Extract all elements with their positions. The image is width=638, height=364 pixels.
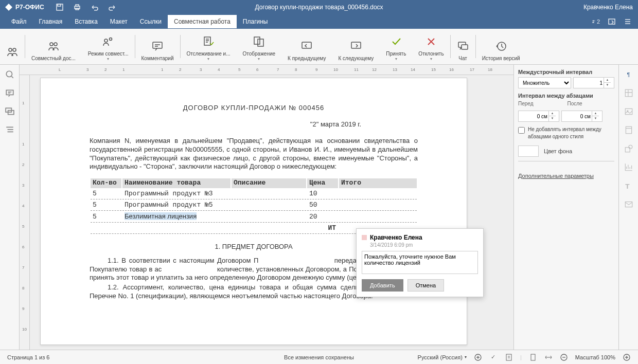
changes-saved: Все изменения сохранены xyxy=(284,354,354,360)
zoom-in-icon[interactable] xyxy=(623,353,631,361)
svg-rect-15 xyxy=(204,37,210,45)
tool-prev[interactable]: К предыдущему xyxy=(281,29,332,64)
zoom-out-icon[interactable] xyxy=(560,353,568,361)
table-row: 5Программный продукт №310 xyxy=(91,189,417,199)
tool-sharing-label[interactable]: Совместный дос... xyxy=(25,29,82,64)
search-icon[interactable] xyxy=(5,70,14,79)
header-tab-icon[interactable] xyxy=(624,125,633,135)
tool-coedit[interactable]: Режим совмест...▾ xyxy=(82,29,135,64)
menu-collaboration[interactable]: Совместная работа xyxy=(168,15,237,28)
spacing-before-input[interactable]: ▲▼ xyxy=(518,111,559,122)
doc-intro: Компания N, именуемая в дальнейшем "Прод… xyxy=(90,137,418,172)
vertical-ruler[interactable]: 1 1 2 3 4 5 6 7 8 9 10 xyxy=(20,75,30,350)
doc-date: "2" марта 2019 г. xyxy=(90,120,418,129)
chart-tab-icon[interactable] xyxy=(624,162,633,172)
spellcheck-icon[interactable] xyxy=(474,353,482,361)
comments-icon[interactable] xyxy=(5,88,14,98)
tool-comment[interactable]: Комментарий xyxy=(135,29,180,64)
logo-icon xyxy=(5,4,12,11)
fit-width-icon[interactable] xyxy=(544,353,553,361)
tool-next[interactable]: К следующему xyxy=(332,29,380,64)
no-space-checkbox[interactable] xyxy=(518,127,525,134)
user-name: Кравченко Елена xyxy=(583,4,633,11)
document-title: Договор купли-продажи товара_000456.docx xyxy=(255,4,383,11)
image-tab-icon[interactable] xyxy=(624,107,633,116)
svg-rect-28 xyxy=(625,108,632,114)
page-indicator[interactable]: Страница 1 из 6 xyxy=(7,354,49,360)
chat-icon[interactable] xyxy=(5,107,14,116)
open-location-icon[interactable] xyxy=(608,17,616,26)
doc-heading: ДОГОВОР КУПЛИ-ПРОДАЖИ № 000456 xyxy=(90,104,418,113)
left-sidebar xyxy=(0,65,20,350)
tool-chat[interactable]: Чат xyxy=(451,29,475,64)
svg-text:T: T xyxy=(625,183,630,190)
status-bar: Страница 1 из 6 Все изменения сохранены … xyxy=(0,350,638,364)
tool-track[interactable]: Отслеживание и...▾ xyxy=(181,29,237,64)
textart-tab-icon[interactable]: T xyxy=(624,181,633,190)
comment-cancel-button[interactable]: Отмена xyxy=(407,279,444,292)
svg-rect-19 xyxy=(351,42,361,48)
svg-rect-36 xyxy=(506,354,511,360)
comment-user-color xyxy=(362,235,367,240)
line-spacing-value-input[interactable]: ▲▼ xyxy=(573,77,614,88)
headings-icon[interactable] xyxy=(5,125,14,135)
mailmerge-tab-icon[interactable] xyxy=(624,199,633,209)
shape-tab-icon[interactable] xyxy=(624,144,633,153)
tool-accept[interactable]: Принять▾ xyxy=(380,29,412,64)
line-spacing-label: Междустрочный интервал xyxy=(518,69,614,75)
line-spacing-type-select[interactable]: Множитель xyxy=(518,77,571,88)
tool-history[interactable]: История версий xyxy=(476,29,526,64)
comment-add-button[interactable]: Добавить xyxy=(362,279,403,292)
svg-point-10 xyxy=(50,43,53,46)
save-icon[interactable] xyxy=(56,3,64,11)
menu-bar: Файл Главная Вставка Макет Ссылки Совмес… xyxy=(0,14,638,29)
print-icon[interactable] xyxy=(73,3,81,11)
zoom-level[interactable]: Масштаб 100% xyxy=(575,354,615,360)
advanced-settings-link[interactable]: Дополнительные параметры xyxy=(518,173,614,179)
svg-rect-14 xyxy=(153,42,162,48)
svg-rect-37 xyxy=(531,354,535,360)
spellcheck-toggle-icon[interactable]: ✓ xyxy=(489,353,498,361)
svg-rect-1 xyxy=(58,4,61,6)
menu-icon[interactable] xyxy=(624,17,632,26)
paragraph-panel: Междустрочный интервал Множитель ▲▼ Инте… xyxy=(513,65,618,350)
app-logo: Р7-ОФИС xyxy=(5,4,44,11)
svg-point-32 xyxy=(629,145,632,149)
svg-rect-30 xyxy=(626,126,631,134)
paragraph-tab-icon[interactable]: ¶ xyxy=(624,70,633,79)
fill-color-swatch[interactable] xyxy=(518,145,539,157)
svg-rect-18 xyxy=(302,42,311,48)
fill-label: Цвет фона xyxy=(544,148,572,154)
redo-icon[interactable] xyxy=(108,3,116,11)
menu-home[interactable]: Главная xyxy=(33,15,69,28)
track-changes-icon[interactable] xyxy=(505,353,513,361)
comment-popup: Кравченко Елена 3/14/2019 6:09 pm Пожалу… xyxy=(356,228,484,297)
svg-point-11 xyxy=(54,43,57,46)
tool-display[interactable]: Отображение▾ xyxy=(236,29,281,64)
users-icon[interactable]: 2 xyxy=(592,17,600,26)
menu-file[interactable]: Файл xyxy=(5,15,33,28)
menu-references[interactable]: Ссылки xyxy=(134,15,168,28)
svg-point-8 xyxy=(9,48,12,51)
svg-rect-16 xyxy=(254,37,260,44)
svg-rect-24 xyxy=(6,90,13,95)
svg-rect-21 xyxy=(462,45,468,49)
spacing-after-input[interactable]: ▲▼ xyxy=(561,111,602,122)
document-page[interactable]: ДОГОВОР КУПЛИ-ПРОДАЖИ № 000456 "2" марта… xyxy=(40,78,467,345)
undo-icon[interactable] xyxy=(91,3,99,11)
svg-point-13 xyxy=(110,38,112,41)
table-tab-icon[interactable] xyxy=(624,88,633,98)
menu-insert[interactable]: Вставка xyxy=(68,15,104,28)
comment-textarea[interactable]: Пожалуйста, уточните нужное Вам количест… xyxy=(362,251,478,274)
table-row: 5Программный продукт №550 xyxy=(91,201,417,211)
no-space-label: Не добавлять интервал между абзацами одн… xyxy=(528,126,614,140)
menu-plugins[interactable]: Плагины xyxy=(237,15,274,28)
horizontal-ruler[interactable]: L 3 2 1 1 2 3 4 5 6 7 8 9 10 11 12 13 14… xyxy=(20,65,513,75)
tool-reject[interactable]: Отклонить▾ xyxy=(412,29,450,64)
language-selector[interactable]: Русский (Россия)▾ xyxy=(418,354,467,360)
fit-page-icon[interactable] xyxy=(529,353,537,361)
right-tabs: ¶ T xyxy=(618,65,638,350)
tool-sharing[interactable] xyxy=(0,29,25,64)
menu-layout[interactable]: Макет xyxy=(104,15,134,28)
app-name: Р7-ОФИС xyxy=(15,4,44,11)
